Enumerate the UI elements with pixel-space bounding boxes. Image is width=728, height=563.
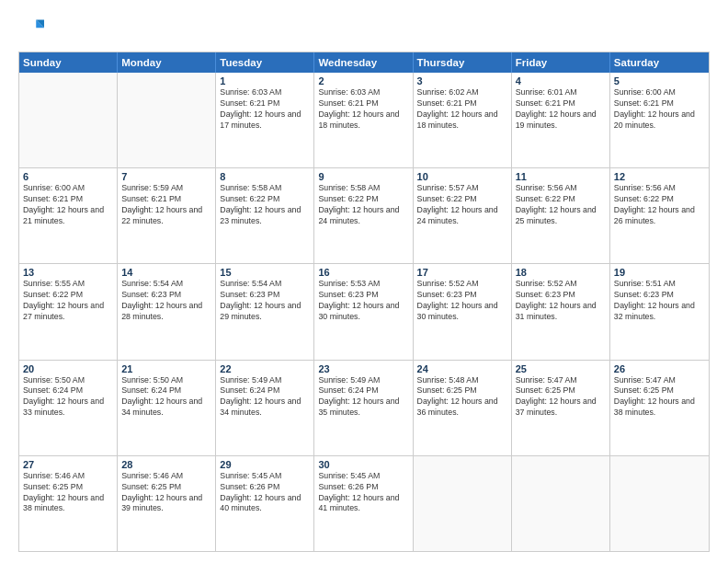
day-number: 26 bbox=[614, 363, 705, 374]
cell-info: Sunrise: 5:52 AMSunset: 6:23 PMDaylight:… bbox=[516, 279, 597, 321]
day-number: 2 bbox=[318, 75, 408, 86]
cell-info: Sunrise: 5:58 AMSunset: 6:22 PMDaylight:… bbox=[318, 183, 399, 225]
cell-info: Sunrise: 5:58 AMSunset: 6:22 PMDaylight:… bbox=[220, 183, 301, 225]
calendar-cell: 14Sunrise: 5:54 AMSunset: 6:23 PMDayligh… bbox=[118, 264, 216, 359]
header bbox=[18, 17, 710, 42]
header-day-sunday: Sunday bbox=[19, 52, 118, 73]
calendar-cell: 29Sunrise: 5:45 AMSunset: 6:26 PMDayligh… bbox=[216, 456, 314, 551]
logo-icon bbox=[18, 17, 44, 42]
day-number: 21 bbox=[121, 363, 211, 374]
day-number: 23 bbox=[318, 363, 408, 374]
cell-info: Sunrise: 5:49 AMSunset: 6:24 PMDaylight:… bbox=[220, 375, 301, 418]
day-number: 18 bbox=[516, 267, 606, 278]
day-number: 10 bbox=[417, 171, 507, 182]
cell-info: Sunrise: 6:00 AMSunset: 6:21 PMDaylight:… bbox=[23, 183, 104, 225]
day-number: 27 bbox=[23, 459, 113, 470]
logo bbox=[18, 17, 48, 42]
day-number: 25 bbox=[516, 363, 606, 374]
calendar-cell: 17Sunrise: 5:52 AMSunset: 6:23 PMDayligh… bbox=[414, 264, 512, 359]
cell-info: Sunrise: 5:50 AMSunset: 6:24 PMDaylight:… bbox=[23, 375, 104, 418]
cell-info: Sunrise: 6:03 AMSunset: 6:21 PMDaylight:… bbox=[220, 87, 301, 130]
calendar-week-2: 6Sunrise: 6:00 AMSunset: 6:21 PMDaylight… bbox=[19, 168, 709, 264]
calendar-cell: 23Sunrise: 5:49 AMSunset: 6:24 PMDayligh… bbox=[314, 361, 413, 455]
day-number: 1 bbox=[220, 75, 310, 86]
calendar-cell bbox=[610, 456, 709, 551]
cell-info: Sunrise: 5:48 AMSunset: 6:25 PMDaylight:… bbox=[417, 375, 498, 418]
calendar-week-4: 20Sunrise: 5:50 AMSunset: 6:24 PMDayligh… bbox=[19, 361, 709, 456]
cell-info: Sunrise: 5:54 AMSunset: 6:23 PMDaylight:… bbox=[121, 279, 202, 321]
calendar-week-5: 27Sunrise: 5:46 AMSunset: 6:25 PMDayligh… bbox=[19, 456, 709, 551]
cell-info: Sunrise: 5:45 AMSunset: 6:26 PMDaylight:… bbox=[318, 471, 399, 513]
calendar-cell: 11Sunrise: 5:56 AMSunset: 6:22 PMDayligh… bbox=[512, 168, 610, 263]
day-number: 24 bbox=[417, 363, 507, 374]
calendar-header: SundayMondayTuesdayWednesdayThursdayFrid… bbox=[19, 52, 709, 73]
calendar-cell bbox=[118, 73, 216, 167]
calendar-cell: 7Sunrise: 5:59 AMSunset: 6:21 PMDaylight… bbox=[118, 168, 216, 263]
page: SundayMondayTuesdayWednesdayThursdayFrid… bbox=[0, 0, 728, 563]
calendar-cell: 6Sunrise: 6:00 AMSunset: 6:21 PMDaylight… bbox=[19, 168, 118, 263]
day-number: 28 bbox=[121, 459, 211, 470]
calendar-cell: 26Sunrise: 5:47 AMSunset: 6:25 PMDayligh… bbox=[610, 361, 709, 455]
calendar-cell bbox=[19, 73, 118, 167]
calendar-cell: 1Sunrise: 6:03 AMSunset: 6:21 PMDaylight… bbox=[216, 73, 314, 167]
cell-info: Sunrise: 5:52 AMSunset: 6:23 PMDaylight:… bbox=[417, 279, 498, 321]
day-number: 3 bbox=[417, 75, 507, 86]
calendar-cell bbox=[414, 456, 512, 551]
day-number: 7 bbox=[121, 171, 211, 182]
day-number: 6 bbox=[23, 171, 113, 182]
header-day-saturday: Saturday bbox=[610, 52, 709, 73]
day-number: 4 bbox=[516, 75, 606, 86]
day-number: 14 bbox=[121, 267, 211, 278]
cell-info: Sunrise: 5:45 AMSunset: 6:26 PMDaylight:… bbox=[220, 471, 301, 513]
header-day-tuesday: Tuesday bbox=[216, 52, 314, 73]
day-number: 22 bbox=[220, 363, 310, 374]
cell-info: Sunrise: 6:03 AMSunset: 6:21 PMDaylight:… bbox=[318, 87, 399, 130]
calendar-cell: 30Sunrise: 5:45 AMSunset: 6:26 PMDayligh… bbox=[314, 456, 413, 551]
cell-info: Sunrise: 5:51 AMSunset: 6:23 PMDaylight:… bbox=[614, 279, 695, 321]
day-number: 20 bbox=[23, 363, 113, 374]
day-number: 15 bbox=[220, 267, 310, 278]
calendar-cell: 10Sunrise: 5:57 AMSunset: 6:22 PMDayligh… bbox=[414, 168, 512, 263]
day-number: 13 bbox=[23, 267, 113, 278]
day-number: 8 bbox=[220, 171, 310, 182]
calendar-cell: 25Sunrise: 5:47 AMSunset: 6:25 PMDayligh… bbox=[512, 361, 610, 455]
cell-info: Sunrise: 6:02 AMSunset: 6:21 PMDaylight:… bbox=[417, 87, 498, 130]
calendar-cell: 27Sunrise: 5:46 AMSunset: 6:25 PMDayligh… bbox=[19, 456, 118, 551]
day-number: 9 bbox=[318, 171, 408, 182]
day-number: 17 bbox=[417, 267, 507, 278]
cell-info: Sunrise: 5:59 AMSunset: 6:21 PMDaylight:… bbox=[121, 183, 202, 225]
calendar-cell: 28Sunrise: 5:46 AMSunset: 6:25 PMDayligh… bbox=[118, 456, 216, 551]
cell-info: Sunrise: 5:50 AMSunset: 6:24 PMDaylight:… bbox=[121, 375, 202, 418]
day-number: 5 bbox=[614, 75, 705, 86]
calendar-cell: 20Sunrise: 5:50 AMSunset: 6:24 PMDayligh… bbox=[19, 361, 118, 455]
cell-info: Sunrise: 5:46 AMSunset: 6:25 PMDaylight:… bbox=[23, 471, 104, 513]
calendar-cell: 2Sunrise: 6:03 AMSunset: 6:21 PMDaylight… bbox=[314, 73, 413, 167]
calendar-cell: 9Sunrise: 5:58 AMSunset: 6:22 PMDaylight… bbox=[314, 168, 413, 263]
calendar-cell: 3Sunrise: 6:02 AMSunset: 6:21 PMDaylight… bbox=[414, 73, 512, 167]
day-number: 11 bbox=[516, 171, 606, 182]
cell-info: Sunrise: 5:53 AMSunset: 6:23 PMDaylight:… bbox=[318, 279, 399, 321]
header-day-friday: Friday bbox=[512, 52, 610, 73]
calendar-cell: 19Sunrise: 5:51 AMSunset: 6:23 PMDayligh… bbox=[610, 264, 709, 359]
calendar-cell: 22Sunrise: 5:49 AMSunset: 6:24 PMDayligh… bbox=[216, 361, 314, 455]
calendar-body: 1Sunrise: 6:03 AMSunset: 6:21 PMDaylight… bbox=[19, 73, 709, 551]
calendar-week-1: 1Sunrise: 6:03 AMSunset: 6:21 PMDaylight… bbox=[19, 73, 709, 168]
calendar-cell: 5Sunrise: 6:00 AMSunset: 6:21 PMDaylight… bbox=[610, 73, 709, 167]
calendar-cell: 18Sunrise: 5:52 AMSunset: 6:23 PMDayligh… bbox=[512, 264, 610, 359]
calendar-cell: 12Sunrise: 5:56 AMSunset: 6:22 PMDayligh… bbox=[610, 168, 709, 263]
day-number: 16 bbox=[318, 267, 408, 278]
calendar-cell: 8Sunrise: 5:58 AMSunset: 6:22 PMDaylight… bbox=[216, 168, 314, 263]
calendar: SundayMondayTuesdayWednesdayThursdayFrid… bbox=[18, 52, 710, 552]
cell-info: Sunrise: 5:47 AMSunset: 6:25 PMDaylight:… bbox=[614, 375, 695, 418]
day-number: 12 bbox=[614, 171, 705, 182]
cell-info: Sunrise: 5:56 AMSunset: 6:22 PMDaylight:… bbox=[614, 183, 695, 225]
cell-info: Sunrise: 5:49 AMSunset: 6:24 PMDaylight:… bbox=[318, 375, 399, 418]
cell-info: Sunrise: 5:56 AMSunset: 6:22 PMDaylight:… bbox=[516, 183, 597, 225]
day-number: 30 bbox=[318, 459, 408, 470]
calendar-cell: 4Sunrise: 6:01 AMSunset: 6:21 PMDaylight… bbox=[512, 73, 610, 167]
calendar-cell: 21Sunrise: 5:50 AMSunset: 6:24 PMDayligh… bbox=[118, 361, 216, 455]
cell-info: Sunrise: 5:54 AMSunset: 6:23 PMDaylight:… bbox=[220, 279, 301, 321]
day-number: 29 bbox=[220, 459, 310, 470]
calendar-cell: 16Sunrise: 5:53 AMSunset: 6:23 PMDayligh… bbox=[314, 264, 413, 359]
cell-info: Sunrise: 6:00 AMSunset: 6:21 PMDaylight:… bbox=[614, 87, 695, 130]
